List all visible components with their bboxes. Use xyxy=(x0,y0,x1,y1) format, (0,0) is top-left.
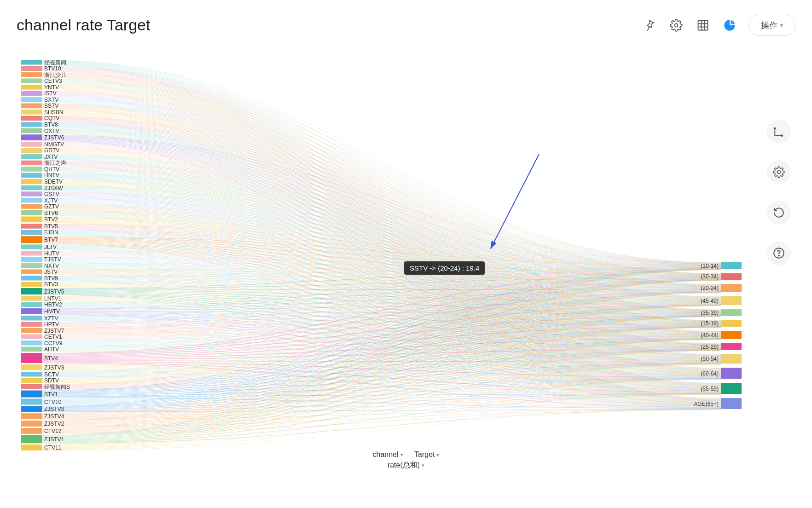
sankey-target-node[interactable] xyxy=(721,383,742,394)
sankey-source-node[interactable] xyxy=(21,191,42,196)
refresh-icon[interactable] xyxy=(767,201,791,225)
sankey-source-node[interactable] xyxy=(21,316,42,321)
sankey-source-node[interactable] xyxy=(21,116,42,121)
sankey-source-node[interactable] xyxy=(21,198,42,203)
sankey-source-node[interactable] xyxy=(21,322,42,327)
sankey-source-label: XJTV xyxy=(44,197,58,204)
sankey-source-node[interactable] xyxy=(21,204,42,209)
sankey-target-node[interactable] xyxy=(721,331,742,339)
sankey-source-node[interactable] xyxy=(21,134,42,140)
sankey-source-node[interactable] xyxy=(21,364,42,370)
sankey-source-node[interactable] xyxy=(21,428,42,434)
sankey-source-node[interactable] xyxy=(21,210,42,215)
sankey-source-label: SDTV xyxy=(44,377,59,384)
sankey-source-node[interactable] xyxy=(21,154,42,159)
table-icon[interactable] xyxy=(695,17,711,33)
axis-icon[interactable] xyxy=(767,120,791,144)
sankey-source-node[interactable] xyxy=(21,372,42,377)
sankey-source-node[interactable] xyxy=(21,216,42,222)
sankey-source-label: BTV1 xyxy=(44,391,58,398)
sankey-source-node[interactable] xyxy=(21,413,42,419)
sankey-source-node[interactable] xyxy=(21,353,42,363)
sankey-source-node[interactable] xyxy=(21,302,42,307)
sankey-source-node[interactable] xyxy=(21,244,42,249)
sankey-source-node[interactable] xyxy=(21,288,42,294)
dim-measure[interactable]: rate(总和)▾ xyxy=(388,461,424,470)
pin-icon[interactable] xyxy=(642,17,657,33)
svg-point-9 xyxy=(778,255,779,256)
sankey-source-node[interactable] xyxy=(21,122,42,127)
sankey-source-node[interactable] xyxy=(21,167,42,172)
sankey-source-node[interactable] xyxy=(21,173,42,178)
sankey-source-node[interactable] xyxy=(21,142,42,147)
sankey-source-node[interactable] xyxy=(21,236,42,243)
sankey-target-node[interactable] xyxy=(721,320,742,327)
sankey-source-label: SXTV xyxy=(44,97,58,103)
sankey-source-node[interactable] xyxy=(21,334,42,339)
sankey-source-node[interactable] xyxy=(21,421,42,427)
sankey-source-node[interactable] xyxy=(21,296,42,301)
sankey-source-label: ISTV xyxy=(44,90,57,97)
sankey-source-label: HMTV xyxy=(44,308,60,315)
sankey-target-node[interactable] xyxy=(721,343,742,350)
sankey-source-node[interactable] xyxy=(21,179,42,184)
sankey-source-node[interactable] xyxy=(21,161,42,166)
sankey-source-node[interactable] xyxy=(21,110,42,115)
chart-area[interactable]: 经视新闻BTV10浙江少儿CETV3YNTVISTVSXTVSSTVSHSBNC… xyxy=(17,41,795,474)
dim-channel[interactable]: channel▾ xyxy=(373,450,403,459)
sankey-source-node[interactable] xyxy=(21,308,42,314)
sankey-source-node[interactable] xyxy=(21,251,42,256)
sankey-source-label: CTV12 xyxy=(44,428,62,434)
sankey-source-node[interactable] xyxy=(21,60,42,65)
sankey-target-node[interactable] xyxy=(721,296,742,305)
chevron-down-icon: ▾ xyxy=(422,462,424,468)
sankey-source-node[interactable] xyxy=(21,378,42,383)
sankey-source-node[interactable] xyxy=(21,435,42,443)
sankey-source-node[interactable] xyxy=(21,128,42,133)
sankey-source-node[interactable] xyxy=(21,263,42,268)
sankey-source-node[interactable] xyxy=(21,104,42,109)
dimension-footer: channel▾ Target▾ rate(总和)▾ xyxy=(17,450,795,470)
sankey-source-node[interactable] xyxy=(21,384,42,389)
sankey-source-node[interactable] xyxy=(21,276,42,281)
sankey-source-label: CTV11 xyxy=(44,444,62,451)
gear-icon[interactable] xyxy=(767,160,791,184)
sankey-target-node[interactable] xyxy=(721,284,742,292)
sankey-source-node[interactable] xyxy=(21,91,42,96)
sankey-source-node[interactable] xyxy=(21,66,42,71)
sankey-source-node[interactable] xyxy=(21,269,42,274)
sankey-source-node[interactable] xyxy=(21,97,42,102)
sankey-target-node[interactable] xyxy=(721,398,742,409)
sankey-source-node[interactable] xyxy=(21,257,42,262)
gear-icon[interactable] xyxy=(668,17,684,33)
sankey-target-node[interactable] xyxy=(721,354,742,364)
sankey-target-node[interactable] xyxy=(721,309,742,316)
sankey-target-node[interactable] xyxy=(721,368,742,379)
sankey-source-node[interactable] xyxy=(21,390,42,397)
sankey-source-node[interactable] xyxy=(21,406,42,412)
sankey-target-node[interactable] xyxy=(721,273,742,280)
sankey-source-node[interactable] xyxy=(21,224,42,229)
sankey-source-node[interactable] xyxy=(21,148,42,153)
sankey-source-label: FJDN xyxy=(44,229,58,236)
sankey-source-node[interactable] xyxy=(21,85,42,90)
help-icon[interactable] xyxy=(767,241,791,265)
sankey-source-node[interactable] xyxy=(21,230,42,235)
sankey-chart[interactable]: 经视新闻BTV10浙江少儿CETV3YNTVISTVSXTVSSTVSHSBNC… xyxy=(17,41,795,474)
sankey-source-node[interactable] xyxy=(21,328,42,333)
sankey-source-node[interactable] xyxy=(21,72,42,77)
sankey-source-node[interactable] xyxy=(21,399,42,405)
sankey-source-label: BTV5 xyxy=(44,223,58,230)
actions-dropdown[interactable]: 操作 ▾ xyxy=(748,15,795,36)
sankey-source-node[interactable] xyxy=(21,79,42,84)
sankey-source-node[interactable] xyxy=(21,444,42,450)
dim-target[interactable]: Target▾ xyxy=(414,450,439,459)
chart-icon[interactable] xyxy=(722,17,737,33)
sankey-source-label: 经视新闻S xyxy=(44,384,70,390)
sankey-source-node[interactable] xyxy=(21,282,42,287)
sankey-source-node[interactable] xyxy=(21,185,42,190)
sankey-target-node[interactable] xyxy=(721,262,742,269)
sankey-source-label: SCTV xyxy=(44,371,59,378)
sankey-source-node[interactable] xyxy=(21,341,42,346)
sankey-source-node[interactable] xyxy=(21,347,42,352)
